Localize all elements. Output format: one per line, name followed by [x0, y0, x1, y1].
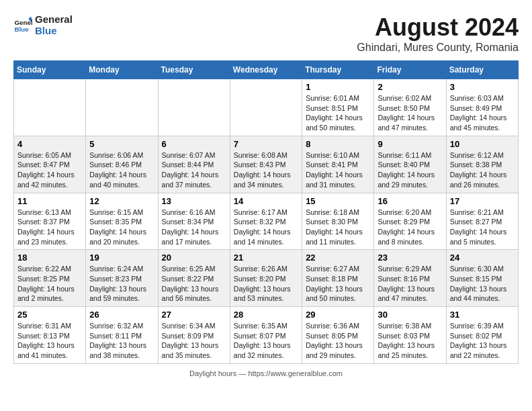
day-number: 7 — [234, 139, 298, 149]
day-number: 8 — [306, 139, 370, 149]
calendar-cell: 6Sunrise: 6:07 AMSunset: 8:44 PMDaylight… — [158, 136, 230, 193]
day-number: 6 — [162, 139, 226, 149]
day-info: Sunrise: 6:20 AMSunset: 8:29 PMDaylight:… — [378, 208, 442, 247]
day-info: Sunrise: 6:22 AMSunset: 8:25 PMDaylight:… — [17, 264, 82, 304]
svg-marker-2 — [28, 16, 32, 19]
calendar-cell: 25Sunrise: 6:31 AMSunset: 8:13 PMDayligh… — [14, 307, 86, 364]
header-day-friday: Friday — [374, 61, 446, 79]
day-info: Sunrise: 6:11 AMSunset: 8:40 PMDaylight:… — [378, 150, 442, 190]
day-number: 2 — [378, 82, 442, 92]
calendar-week-4: 18Sunrise: 6:22 AMSunset: 8:25 PMDayligh… — [14, 250, 519, 307]
calendar-cell: 29Sunrise: 6:36 AMSunset: 8:05 PMDayligh… — [302, 307, 374, 364]
day-number: 26 — [89, 310, 154, 320]
calendar-cell: 26Sunrise: 6:32 AMSunset: 8:11 PMDayligh… — [86, 307, 158, 364]
footer-daylight-label: Daylight hours — [189, 369, 236, 377]
day-number: 28 — [234, 310, 298, 320]
title-area: August 2024 Ghindari, Mures County, Roma… — [357, 13, 519, 54]
day-info: Sunrise: 6:13 AMSunset: 8:37 PMDaylight:… — [17, 208, 82, 247]
day-info: Sunrise: 6:03 AMSunset: 8:49 PMDaylight:… — [450, 93, 515, 133]
calendar-cell: 8Sunrise: 6:10 AMSunset: 8:41 PMDaylight… — [302, 136, 374, 193]
day-info: Sunrise: 6:31 AMSunset: 8:13 PMDaylight:… — [17, 321, 82, 361]
day-info: Sunrise: 6:01 AMSunset: 8:51 PMDaylight:… — [306, 93, 370, 133]
day-number: 24 — [450, 253, 515, 263]
day-number: 22 — [306, 253, 370, 263]
day-info: Sunrise: 6:21 AMSunset: 8:27 PMDaylight:… — [450, 208, 515, 247]
day-info: Sunrise: 6:24 AMSunset: 8:23 PMDaylight:… — [89, 264, 154, 304]
calendar-cell: 27Sunrise: 6:34 AMSunset: 8:09 PMDayligh… — [158, 307, 230, 364]
calendar-cell: 22Sunrise: 6:27 AMSunset: 8:18 PMDayligh… — [302, 250, 374, 307]
calendar-cell: 9Sunrise: 6:11 AMSunset: 8:40 PMDaylight… — [374, 136, 446, 193]
day-info: Sunrise: 6:17 AMSunset: 8:32 PMDaylight:… — [234, 208, 298, 247]
day-info: Sunrise: 6:06 AMSunset: 8:46 PMDaylight:… — [89, 150, 154, 190]
calendar-week-5: 25Sunrise: 6:31 AMSunset: 8:13 PMDayligh… — [14, 307, 519, 364]
day-info: Sunrise: 6:16 AMSunset: 8:34 PMDaylight:… — [162, 208, 226, 247]
day-info: Sunrise: 6:26 AMSunset: 8:20 PMDaylight:… — [234, 264, 298, 304]
calendar-cell: 18Sunrise: 6:22 AMSunset: 8:25 PMDayligh… — [14, 250, 86, 307]
day-number: 12 — [89, 196, 154, 206]
day-number: 21 — [234, 253, 298, 263]
calendar-cell: 30Sunrise: 6:38 AMSunset: 8:03 PMDayligh… — [374, 307, 446, 364]
day-number: 17 — [450, 196, 515, 206]
day-info: Sunrise: 6:18 AMSunset: 8:30 PMDaylight:… — [306, 208, 370, 247]
calendar-cell: 14Sunrise: 6:17 AMSunset: 8:32 PMDayligh… — [230, 193, 302, 250]
day-info: Sunrise: 6:29 AMSunset: 8:16 PMDaylight:… — [378, 264, 442, 304]
day-number: 31 — [450, 310, 515, 320]
day-number: 30 — [378, 310, 442, 320]
calendar-cell: 10Sunrise: 6:12 AMSunset: 8:38 PMDayligh… — [446, 136, 518, 193]
header-day-monday: Monday — [86, 61, 158, 79]
logo-icon: General Blue — [13, 15, 32, 34]
day-info: Sunrise: 6:10 AMSunset: 8:41 PMDaylight:… — [306, 150, 370, 190]
calendar-cell — [230, 79, 302, 136]
calendar-table: SundayMondayTuesdayWednesdayThursdayFrid… — [13, 60, 519, 364]
day-number: 15 — [306, 196, 370, 206]
calendar-cell: 12Sunrise: 6:15 AMSunset: 8:35 PMDayligh… — [86, 193, 158, 250]
calendar-cell — [158, 79, 230, 136]
day-number: 10 — [450, 139, 515, 149]
logo-general-text: General — [35, 13, 73, 25]
calendar-week-1: 1Sunrise: 6:01 AMSunset: 8:51 PMDaylight… — [14, 79, 519, 136]
calendar-cell: 17Sunrise: 6:21 AMSunset: 8:27 PMDayligh… — [446, 193, 518, 250]
day-info: Sunrise: 6:07 AMSunset: 8:44 PMDaylight:… — [162, 150, 226, 190]
day-number: 16 — [378, 196, 442, 206]
page-header: General Blue General Blue August 2024 Gh… — [13, 13, 519, 54]
calendar-cell — [14, 79, 86, 136]
header-day-sunday: Sunday — [14, 61, 86, 79]
day-number: 1 — [306, 82, 370, 92]
day-info: Sunrise: 6:08 AMSunset: 8:43 PMDaylight:… — [234, 150, 298, 190]
day-number: 18 — [17, 253, 82, 263]
calendar-cell: 5Sunrise: 6:06 AMSunset: 8:46 PMDaylight… — [86, 136, 158, 193]
logo: General Blue General Blue — [13, 13, 73, 36]
calendar-week-2: 4Sunrise: 6:05 AMSunset: 8:47 PMDaylight… — [14, 136, 519, 193]
calendar-cell: 11Sunrise: 6:13 AMSunset: 8:37 PMDayligh… — [14, 193, 86, 250]
calendar-cell: 24Sunrise: 6:30 AMSunset: 8:15 PMDayligh… — [446, 250, 518, 307]
day-number: 5 — [89, 139, 154, 149]
calendar-cell: 2Sunrise: 6:02 AMSunset: 8:50 PMDaylight… — [374, 79, 446, 136]
day-number: 19 — [89, 253, 154, 263]
day-number: 9 — [378, 139, 442, 149]
footer-source: https://www.generalblue.com — [248, 369, 343, 377]
calendar-cell: 15Sunrise: 6:18 AMSunset: 8:30 PMDayligh… — [302, 193, 374, 250]
calendar-cell: 20Sunrise: 6:25 AMSunset: 8:22 PMDayligh… — [158, 250, 230, 307]
calendar-cell: 13Sunrise: 6:16 AMSunset: 8:34 PMDayligh… — [158, 193, 230, 250]
calendar-cell — [86, 79, 158, 136]
day-info: Sunrise: 6:32 AMSunset: 8:11 PMDaylight:… — [89, 321, 154, 361]
day-info: Sunrise: 6:36 AMSunset: 8:05 PMDaylight:… — [306, 321, 370, 361]
day-info: Sunrise: 6:27 AMSunset: 8:18 PMDaylight:… — [306, 264, 370, 304]
day-number: 23 — [378, 253, 442, 263]
day-number: 27 — [162, 310, 226, 320]
header-day-wednesday: Wednesday — [230, 61, 302, 79]
footer: Daylight hours — https://www.generalblue… — [13, 369, 519, 377]
month-title: August 2024 — [357, 13, 519, 42]
calendar-cell: 21Sunrise: 6:26 AMSunset: 8:20 PMDayligh… — [230, 250, 302, 307]
calendar-cell: 1Sunrise: 6:01 AMSunset: 8:51 PMDaylight… — [302, 79, 374, 136]
day-number: 20 — [162, 253, 226, 263]
day-number: 14 — [234, 196, 298, 206]
calendar-cell: 7Sunrise: 6:08 AMSunset: 8:43 PMDaylight… — [230, 136, 302, 193]
day-info: Sunrise: 6:15 AMSunset: 8:35 PMDaylight:… — [89, 208, 154, 247]
header-day-saturday: Saturday — [446, 61, 518, 79]
calendar-cell: 19Sunrise: 6:24 AMSunset: 8:23 PMDayligh… — [86, 250, 158, 307]
day-info: Sunrise: 6:25 AMSunset: 8:22 PMDaylight:… — [162, 264, 226, 304]
day-number: 13 — [162, 196, 226, 206]
calendar-cell: 3Sunrise: 6:03 AMSunset: 8:49 PMDaylight… — [446, 79, 518, 136]
calendar-cell: 4Sunrise: 6:05 AMSunset: 8:47 PMDaylight… — [14, 136, 86, 193]
